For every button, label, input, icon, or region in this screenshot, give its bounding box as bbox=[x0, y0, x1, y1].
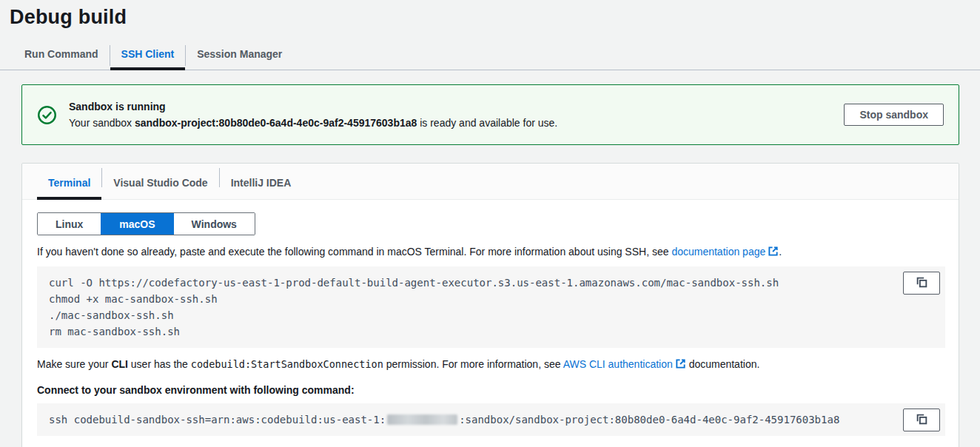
sandbox-status-banner: Sandbox is running Your sandbox sandbox-… bbox=[21, 84, 959, 145]
banner-title: Sandbox is running bbox=[69, 98, 826, 115]
os-option-macos[interactable]: macOS bbox=[101, 213, 172, 235]
connect-command-heading: Connect to your sandbox environment with… bbox=[37, 383, 945, 397]
external-link-icon bbox=[768, 246, 779, 261]
banner-message: Sandbox is running Your sandbox sandbox-… bbox=[69, 98, 826, 131]
code-line: rm mac-sandbox-ssh.sh bbox=[49, 326, 180, 337]
ssh-connection-card: Terminal Visual Studio Code IntelliJ IDE… bbox=[21, 163, 959, 447]
tab-intellij-idea[interactable]: IntelliJ IDEA bbox=[220, 164, 303, 199]
copy-icon bbox=[916, 276, 928, 291]
tab-run-command[interactable]: Run Command bbox=[13, 44, 110, 70]
page-title: Debug build bbox=[0, 0, 980, 29]
tab-ssh-client[interactable]: SSH Client bbox=[110, 44, 186, 70]
client-tabs: Terminal Visual Studio Code IntelliJ IDE… bbox=[22, 164, 959, 200]
aws-cli-authentication-link[interactable]: AWS CLI authentication bbox=[563, 358, 673, 370]
permission-note: Make sure your CLI user has the codebuil… bbox=[37, 357, 945, 373]
copy-connect-command-button[interactable] bbox=[903, 409, 940, 431]
stop-sandbox-button[interactable]: Stop sandbox bbox=[844, 104, 944, 126]
card-body: Linux macOS Windows If you haven't done … bbox=[22, 200, 959, 447]
copy-icon bbox=[916, 413, 928, 428]
os-segmented-control: Linux macOS Windows bbox=[37, 212, 255, 235]
banner-detail: Your sandbox sandbox-project:80b80de0-6a… bbox=[69, 115, 826, 131]
os-option-windows[interactable]: Windows bbox=[173, 213, 255, 235]
code-line: ./mac-sandbox-ssh.sh bbox=[49, 309, 174, 321]
sandbox-id: sandbox-project:80b80de0-6a4d-4e0c-9af2-… bbox=[135, 117, 417, 129]
code-line: curl -O https://codefactory-us-east-1-pr… bbox=[49, 277, 779, 289]
setup-script-code-block: curl -O https://codefactory-us-east-1-pr… bbox=[37, 266, 945, 348]
documentation-page-link[interactable]: documentation page bbox=[671, 246, 765, 258]
tab-session-manager[interactable]: Session Manager bbox=[186, 44, 293, 70]
tab-terminal[interactable]: Terminal bbox=[37, 164, 101, 199]
redacted-account-id bbox=[387, 414, 457, 425]
code-line: ssh codebuild-sandbox-ssh=arn:aws:codebu… bbox=[49, 414, 839, 426]
success-check-icon bbox=[37, 105, 57, 125]
permission-code: codebuild:StartSandboxConnection bbox=[191, 358, 383, 370]
tab-visual-studio-code[interactable]: Visual Studio Code bbox=[102, 164, 218, 199]
os-option-linux[interactable]: Linux bbox=[38, 213, 101, 235]
code-line: chmod +x mac-sandbox-ssh.sh bbox=[49, 293, 218, 305]
ssh-instructions: If you haven't done so already, paste an… bbox=[37, 244, 945, 261]
external-link-icon bbox=[675, 358, 686, 373]
build-debug-tabs: Run Command SSH Client Session Manager bbox=[13, 44, 980, 70]
connect-command-code-block: ssh codebuild-sandbox-ssh=arn:aws:codebu… bbox=[37, 403, 945, 436]
copy-setup-script-button[interactable] bbox=[903, 272, 940, 295]
